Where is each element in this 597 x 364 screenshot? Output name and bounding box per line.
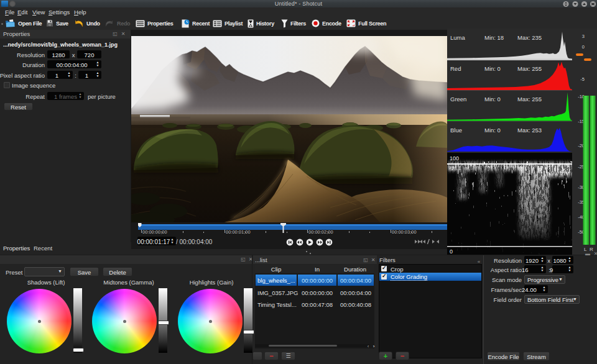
svg-text:Max: 253: Max: 253 — [517, 127, 542, 134]
svg-text:00:00:03;00: 00:00:03;00 — [392, 229, 417, 234]
svg-text:Max: 255: Max: 255 — [517, 65, 542, 72]
svg-text:00:00:02;00: 00:00:02;00 — [308, 229, 333, 234]
svg-text:-5: -5 — [580, 76, 585, 82]
svg-text:Min: 18: Min: 18 — [484, 34, 504, 41]
svg-text:3: 3 — [582, 34, 585, 39]
svg-text:Min: 0: Min: 0 — [484, 127, 501, 134]
svg-text:Min: 0: Min: 0 — [484, 65, 501, 72]
svg-text:Green: Green — [450, 96, 466, 102]
svg-text:Max: 235: Max: 235 — [517, 34, 542, 41]
svg-text:Max: 255: Max: 255 — [517, 96, 542, 102]
svg-text:Red: Red — [450, 65, 461, 72]
svg-text:0: 0 — [582, 44, 585, 50]
svg-text:Luma: Luma — [450, 34, 465, 41]
svg-text:0: 0 — [450, 248, 453, 255]
svg-text:Min: 0: Min: 0 — [484, 96, 501, 102]
svg-text:00:00:01;00: 00:00:01;00 — [226, 229, 251, 234]
svg-text:00:00:00;00: 00:00:00;00 — [142, 229, 167, 234]
svg-text:100: 100 — [450, 155, 459, 162]
svg-text:Blue: Blue — [450, 127, 462, 134]
